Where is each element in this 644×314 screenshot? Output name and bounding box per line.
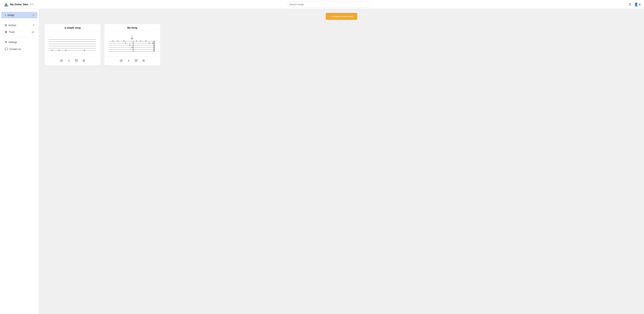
sidebar-item-contact[interactable]: 💬 Contact us: [1, 46, 38, 52]
song-1-archive-button[interactable]: [74, 59, 79, 63]
svg-marker-1: [4, 3, 8, 7]
song-1-pin-button[interactable]: [66, 59, 71, 63]
top-bar: + Create a new song: [44, 13, 638, 20]
svg-text:1: 1: [117, 40, 118, 42]
app-title: My Guitar Tabs: [10, 3, 28, 6]
song-card-2[interactable]: My Song 1/4: [104, 24, 160, 66]
svg-text:3: 3: [152, 42, 153, 44]
trash-icon: 🗑: [5, 31, 8, 34]
svg-text:2: 2: [131, 46, 132, 48]
app-header: My Guitar Tabs BETA ☰ 👤 ▾: [0, 0, 644, 9]
tab-notation-svg-2: 1/4 1: [106, 33, 159, 55]
svg-text:1: 1: [140, 40, 141, 42]
sidebar-trash-label: Trash: [9, 31, 15, 33]
song-card-1-actions: [44, 56, 100, 65]
app-layout: ♪ Songs 2 ⊞ Archive 0 🗑 Trash 10 ⚙ Set: [0, 9, 644, 314]
search-bar: [37, 2, 620, 7]
svg-text:1: 1: [125, 42, 126, 44]
song-2-archive-button[interactable]: [134, 59, 138, 63]
sidebar-songs-count: 2: [33, 14, 34, 17]
chevron-down-icon: ▾: [639, 2, 640, 7]
svg-text:3: 3: [145, 40, 146, 42]
song-2-edit-button[interactable]: [119, 59, 124, 63]
svg-text:1: 1: [112, 40, 113, 42]
menu-icon-button[interactable]: ☰: [628, 2, 632, 7]
sidebar-songs-label: Songs: [8, 14, 14, 17]
sidebar-item-settings[interactable]: ⚙ Settings: [1, 39, 38, 45]
music-note-icon: ♪: [5, 14, 6, 17]
sidebar-divider-1: [3, 20, 36, 20]
contact-chat-icon: 💬: [5, 48, 8, 51]
sidebar-item-trash[interactable]: 🗑 Trash 10: [1, 29, 38, 35]
song-card-1[interactable]: A simple song 1 2 3 2: [44, 24, 101, 66]
svg-text:3: 3: [65, 50, 66, 51]
song-title-1: A simple song: [44, 24, 100, 31]
create-new-song-button[interactable]: + Create a new song: [326, 13, 358, 20]
sidebar-item-songs[interactable]: ♪ Songs 2: [1, 12, 38, 18]
song-2-pin-button[interactable]: [126, 59, 131, 63]
song-preview-1: 1 2 3 2: [44, 31, 100, 56]
user-account-button[interactable]: 👤 ▾: [634, 2, 640, 7]
sidebar: ♪ Songs 2 ⊞ Archive 0 🗑 Trash 10 ⚙ Set: [0, 9, 39, 314]
song-1-delete-button[interactable]: [82, 59, 86, 63]
song-2-delete-button[interactable]: [141, 59, 146, 63]
beta-badge: BETA: [30, 4, 34, 5]
svg-text:3: 3: [123, 40, 124, 42]
sidebar-archive-label: Archive: [8, 24, 16, 27]
sidebar-item-archive[interactable]: ⊞ Archive 0: [1, 22, 38, 29]
songs-grid: A simple song 1 2 3 2: [44, 24, 638, 66]
sidebar-trash-count: 10: [32, 31, 34, 33]
svg-text:1: 1: [136, 40, 137, 42]
song-preview-2: 1/4 1: [104, 31, 160, 56]
archive-icon: ⊞: [5, 24, 7, 27]
search-input[interactable]: [286, 2, 371, 7]
svg-point-2: [4, 5, 6, 6]
main-content: + Create a new song A simple song: [39, 9, 644, 314]
song-title-2: My Song: [104, 24, 160, 31]
svg-text:2: 2: [58, 50, 60, 51]
sidebar-archive-count: 0: [33, 24, 34, 27]
user-icon: 👤: [634, 2, 638, 7]
tab-notation-svg-1: 1 2 3 2: [46, 33, 99, 55]
app-logo-icon: [4, 2, 9, 7]
header-right: ☰ 👤 ▾: [620, 2, 640, 7]
logo-area: My Guitar Tabs BETA: [4, 2, 37, 7]
svg-rect-14: [75, 60, 78, 60]
sidebar-settings-label: Settings: [8, 41, 17, 44]
svg-text:2: 2: [129, 44, 130, 46]
settings-gear-icon: ⚙: [5, 41, 7, 44]
svg-rect-38: [135, 60, 137, 60]
svg-text:2: 2: [84, 50, 85, 51]
svg-text:1: 1: [149, 42, 150, 44]
song-1-edit-button[interactable]: [59, 59, 64, 63]
svg-text:1: 1: [52, 50, 53, 51]
song-card-2-actions: [104, 56, 160, 65]
sidebar-contact-label: Contact us: [10, 48, 21, 51]
